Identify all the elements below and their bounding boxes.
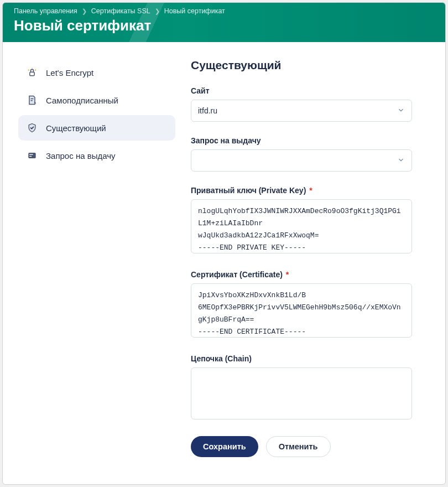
site-value: itfd.ru — [198, 106, 217, 115]
field-private-key: Приватный ключ (Private Key) * — [191, 186, 412, 256]
sidebar-item-label: Запрос на выдачу — [46, 151, 116, 160]
sidebar-item-label: Существующий — [46, 123, 106, 133]
save-button[interactable]: Сохранить — [191, 436, 258, 457]
svg-rect-2 — [29, 154, 33, 155]
sidebar-item-letsencrypt[interactable]: Let's Encrypt — [18, 60, 175, 85]
site-select[interactable]: itfd.ru — [191, 100, 412, 122]
field-certificate: Сертификат (Certificate) * — [191, 270, 412, 340]
required-marker: * — [284, 270, 289, 279]
selfsigned-icon — [26, 94, 38, 106]
form-title: Существующий — [191, 59, 412, 72]
csr-label: Запрос на выдачу — [191, 136, 412, 145]
sidebar-item-selfsigned[interactable]: Самоподписанный — [18, 87, 175, 113]
field-csr: Запрос на выдачу — [191, 136, 412, 172]
chevron-down-icon — [397, 156, 405, 165]
sidebar-item-label: Let's Encrypt — [46, 68, 93, 77]
existing-icon — [26, 122, 38, 134]
sidebar: Let's Encrypt Самоподписанный — [3, 42, 185, 484]
private-key-textarea[interactable] — [191, 199, 412, 253]
sidebar-item-csr[interactable]: Запрос на выдачу — [18, 143, 175, 168]
body: Let's Encrypt Самоподписанный — [3, 42, 445, 484]
svg-rect-0 — [30, 72, 34, 76]
chain-textarea[interactable] — [191, 367, 412, 419]
csr-icon — [26, 149, 38, 162]
site-label: Сайт — [191, 86, 412, 95]
sidebar-item-existing[interactable]: Существующий — [18, 115, 175, 141]
breadcrumb-item[interactable]: Панель управления — [14, 7, 77, 15]
letsencrypt-icon — [26, 66, 38, 79]
field-chain: Цепочка (Chain) — [191, 354, 412, 422]
required-marker: * — [307, 186, 312, 195]
chevron-right-icon: ❯ — [82, 8, 87, 15]
csr-select[interactable] — [191, 149, 412, 172]
breadcrumb-item[interactable]: Сертификаты SSL — [91, 7, 150, 15]
page-title: Новый сертификат — [14, 17, 434, 34]
breadcrumb: Панель управления ❯ Сертификаты SSL ❯ Но… — [14, 7, 434, 15]
field-site: Сайт itfd.ru — [191, 86, 412, 122]
svg-rect-1 — [28, 153, 35, 158]
sidebar-item-label: Самоподписанный — [46, 96, 118, 105]
form-buttons: Сохранить Отменить — [191, 436, 412, 457]
private-key-label: Приватный ключ (Private Key) * — [191, 186, 412, 195]
app-window: Панель управления ❯ Сертификаты SSL ❯ Но… — [2, 2, 446, 485]
certificate-textarea[interactable] — [191, 283, 412, 338]
svg-rect-3 — [29, 156, 32, 157]
chain-label: Цепочка (Chain) — [191, 354, 412, 363]
breadcrumb-item[interactable]: Новый сертификат — [164, 7, 225, 15]
main-form: Существующий Сайт itfd.ru Запрос на выда… — [185, 42, 445, 484]
chevron-right-icon: ❯ — [155, 8, 160, 15]
certificate-label: Сертификат (Certificate) * — [191, 270, 412, 279]
cancel-button[interactable]: Отменить — [266, 436, 331, 457]
header: Панель управления ❯ Сертификаты SSL ❯ Но… — [3, 3, 445, 42]
chevron-down-icon — [397, 106, 405, 116]
